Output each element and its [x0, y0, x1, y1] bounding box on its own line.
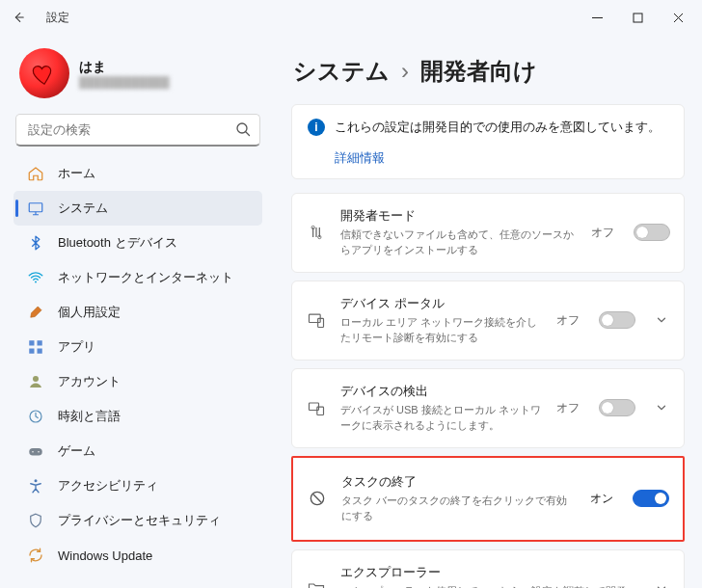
- card-title: デバイス ポータル: [340, 295, 543, 312]
- nav-personalization[interactable]: 個人用設定: [14, 295, 262, 330]
- toggle-state: オフ: [556, 400, 580, 416]
- nav-label: ゲーム: [58, 442, 95, 460]
- nav-update[interactable]: Windows Update: [14, 538, 262, 573]
- card-end-task[interactable]: タスクの終了 タスク バーのタスクの終了を右クリックで有効にする オン: [291, 456, 685, 542]
- search-input[interactable]: [15, 114, 260, 147]
- svg-rect-7: [38, 349, 42, 354]
- nav-label: システム: [58, 200, 108, 217]
- toggle-state: オフ: [591, 225, 614, 241]
- nav-label: アカウント: [58, 373, 121, 390]
- svg-point-3: [35, 281, 37, 283]
- nav-label: 時刻と言語: [58, 408, 121, 425]
- toggle-switch[interactable]: [634, 224, 670, 241]
- window-title: 設定: [46, 10, 69, 26]
- toggle-state: オン: [590, 491, 613, 507]
- card-device-discovery[interactable]: デバイスの検出 デバイスが USB 接続とローカル ネットワークに表示されるよう…: [291, 368, 685, 448]
- clock-icon: [27, 408, 44, 425]
- nav-label: 個人用設定: [58, 304, 121, 321]
- account-name: はま: [79, 59, 170, 76]
- card-desc: ローカル エリア ネットワーク接続を介したリモート診断を有効にする: [340, 315, 543, 346]
- card-title: 開発者モード: [340, 207, 578, 225]
- nav-gaming[interactable]: ゲーム: [14, 434, 262, 468]
- card-explorer[interactable]: エクスプローラー エクスプローラーを使用して、これらの設定を調整して開発者に優し…: [291, 549, 685, 589]
- nav-label: アプリ: [58, 338, 95, 356]
- svg-rect-2: [29, 203, 42, 212]
- nav-label: ネットワークとインターネット: [58, 269, 233, 286]
- close-icon: [673, 13, 684, 23]
- svg-rect-4: [29, 340, 34, 345]
- avatar: [19, 48, 69, 98]
- card-desc: デバイスが USB 接続とローカル ネットワークに表示されるようにします。: [340, 403, 543, 434]
- block-icon: [307, 489, 328, 508]
- nav-accessibility[interactable]: アクセシビリティ: [14, 468, 262, 503]
- nav-label: ホーム: [58, 165, 95, 182]
- nav-label: アクセシビリティ: [58, 477, 158, 494]
- nav-home[interactable]: ホーム: [14, 156, 262, 191]
- back-button[interactable]: [12, 11, 35, 24]
- card-desc: タスク バーのタスクの終了を右クリックで有効にする: [341, 494, 577, 524]
- update-icon: [27, 547, 44, 564]
- nav-label: Windows Update: [58, 548, 152, 563]
- nav-accounts[interactable]: アカウント: [14, 364, 262, 399]
- minimize-button[interactable]: [577, 3, 617, 32]
- card-title: エクスプローラー: [340, 564, 635, 581]
- account-card[interactable]: はま ████████████: [14, 42, 262, 112]
- accessibility-icon: [27, 477, 44, 494]
- svg-point-8: [33, 376, 39, 382]
- code-icon: [306, 223, 327, 242]
- apps-icon: [27, 338, 44, 356]
- svg-rect-19: [317, 407, 324, 414]
- shield-icon: [27, 512, 44, 529]
- maximize-icon: [633, 13, 643, 23]
- breadcrumb: システム › 開発者向け: [291, 50, 685, 104]
- info-icon: i: [308, 119, 325, 136]
- nav-system[interactable]: システム: [14, 191, 262, 226]
- chevron-down-icon[interactable]: [655, 582, 670, 588]
- title-bar: 設定: [0, 0, 702, 35]
- breadcrumb-parent[interactable]: システム: [293, 56, 390, 87]
- nav-network[interactable]: ネットワークとインターネット: [14, 260, 262, 295]
- home-icon: [27, 165, 44, 182]
- nav-time-language[interactable]: 時刻と言語: [14, 399, 262, 434]
- card-desc: エクスプローラーを使用して、これらの設定を調整して開発者に優しいエクスペリエンス…: [340, 584, 635, 589]
- chevron-down-icon[interactable]: [655, 401, 670, 414]
- arrow-left-icon: [12, 11, 25, 24]
- svg-point-1: [237, 123, 247, 133]
- svg-rect-6: [29, 349, 34, 354]
- nav-apps[interactable]: アプリ: [14, 330, 262, 364]
- search-box: [15, 114, 260, 147]
- nav-label: Bluetooth とデバイス: [58, 234, 177, 252]
- info-text: これらの設定は開発目的での使用のみを意図しています。: [335, 119, 661, 136]
- info-banner: i これらの設定は開発目的での使用のみを意図しています。 詳細情報: [291, 104, 685, 179]
- breadcrumb-current: 開発者向け: [420, 56, 537, 87]
- info-link[interactable]: 詳細情報: [335, 149, 668, 167]
- chevron-down-icon[interactable]: [655, 313, 670, 327]
- card-developer-mode[interactable]: 開発者モード 信頼できないファイルも含めて、任意のソースからアプリをインストール…: [291, 193, 685, 273]
- game-icon: [27, 442, 44, 460]
- toggle-state: オフ: [556, 312, 580, 329]
- nav-list: ホーム システム Bluetooth とデバイス ネットワークとインターネット …: [14, 156, 262, 573]
- search-icon: [235, 121, 251, 137]
- nav-privacy[interactable]: プライバシーとセキュリティ: [14, 503, 262, 538]
- card-desc: 信頼できないファイルも含めて、任意のソースからアプリをインストールする: [340, 227, 578, 258]
- card-title: デバイスの検出: [340, 383, 543, 400]
- svg-point-12: [38, 451, 40, 453]
- bluetooth-icon: [27, 234, 44, 252]
- minimize-icon: [592, 13, 603, 23]
- toggle-switch[interactable]: [633, 490, 669, 507]
- close-button[interactable]: [658, 3, 698, 32]
- person-icon: [27, 373, 44, 390]
- wifi-icon: [27, 269, 44, 286]
- svg-point-11: [32, 451, 34, 453]
- toggle-switch[interactable]: [599, 399, 635, 416]
- nav-bluetooth[interactable]: Bluetooth とデバイス: [14, 226, 262, 260]
- chevron-right-icon: ›: [401, 58, 409, 85]
- card-device-portal[interactable]: デバイス ポータル ローカル エリア ネットワーク接続を介したリモート診断を有効…: [291, 281, 685, 361]
- system-icon: [27, 200, 44, 217]
- svg-rect-0: [634, 13, 642, 22]
- device-icon: [306, 398, 327, 417]
- toggle-switch[interactable]: [599, 311, 635, 329]
- maximize-button[interactable]: [617, 3, 658, 32]
- svg-rect-5: [38, 340, 42, 345]
- main-content: システム › 開発者向け i これらの設定は開発目的での使用のみを意図しています…: [274, 35, 702, 588]
